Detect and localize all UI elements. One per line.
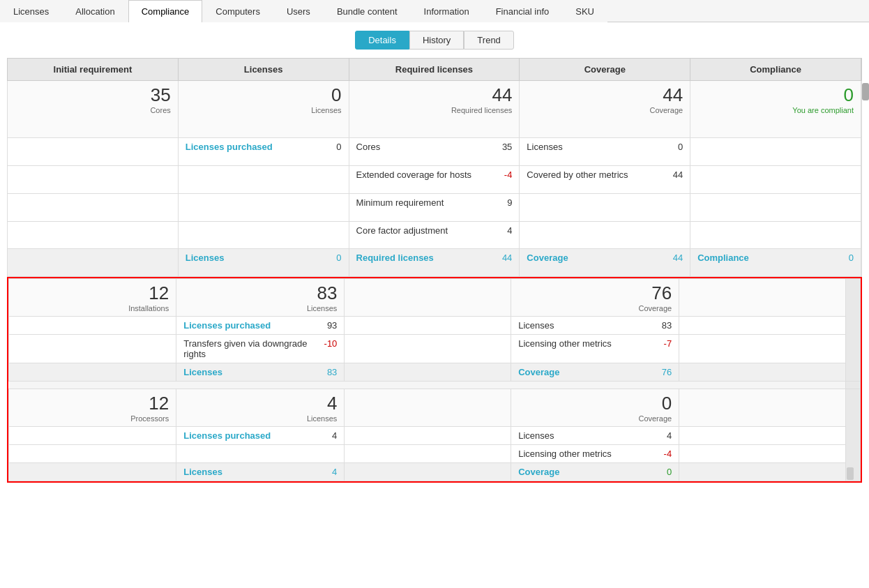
section1-compliance: 0 You are compliant: [690, 81, 861, 138]
subtab-history[interactable]: History: [409, 31, 464, 50]
tab-financial-info[interactable]: Financial info: [483, 0, 563, 22]
s2-sum-required: [345, 363, 511, 382]
s2-d1-coverage: Licenses 83: [511, 317, 679, 335]
s2-d2-required: [345, 335, 511, 363]
tab-bundle-content[interactable]: Bundle content: [324, 0, 411, 22]
table-header-row: Initial requirement Licenses Required li…: [8, 59, 862, 81]
sub-tab-bar: Details History Trend: [0, 22, 869, 58]
s1-d2-required: Extended coverage for hosts -4: [349, 166, 520, 194]
s1-d3-coverage: [520, 193, 690, 221]
subtab-details[interactable]: Details: [355, 31, 409, 50]
tab-compliance[interactable]: Compliance: [128, 0, 203, 22]
s3-d1-required: [345, 427, 511, 445]
s2-d1-initial: [9, 317, 176, 335]
s3-d1-initial: [9, 427, 176, 445]
s1-d2-initial: [8, 166, 179, 194]
s3-main-initial: 12 Processors: [9, 389, 176, 427]
s2-sum-coverage: Coverage 76: [511, 363, 679, 382]
header-initial: Initial requirement: [8, 59, 179, 81]
s1-d2-compliance: [690, 166, 861, 194]
tab-licenses[interactable]: Licenses: [0, 0, 62, 22]
tab-allocation[interactable]: Allocation: [62, 0, 128, 22]
section1-detail-row-1: Licenses purchased 0 Cores 35 Licenses 0: [8, 138, 862, 166]
s1-d1-licenses: Licenses purchased 0: [178, 138, 349, 166]
s3-d2-required: [345, 445, 511, 463]
s1-d4-required: Core factor adjustment 4: [349, 221, 520, 249]
s3-sum-compliance: [679, 463, 846, 481]
red-border-section: 12 Installations 83 Licenses 76 Coverage: [7, 277, 862, 483]
s1-d3-compliance: [690, 193, 861, 221]
s1-d1-coverage: Licenses 0: [520, 138, 690, 166]
s2-main-initial: 12 Installations: [9, 279, 176, 317]
s1-d2-coverage: Covered by other metrics 44: [520, 166, 690, 194]
tab-information[interactable]: Information: [411, 0, 483, 22]
s2-main-coverage: 76 Coverage: [511, 279, 679, 317]
section1-licenses: 0 Licenses: [178, 81, 349, 138]
section1-detail-row-2: Extended coverage for hosts -4 Covered b…: [8, 166, 862, 194]
compliance-table: Initial requirement Licenses Required li…: [7, 58, 862, 277]
content-area: Initial requirement Licenses Required li…: [0, 58, 869, 490]
header-coverage: Coverage: [520, 59, 690, 81]
s3-main-coverage: 0 Coverage: [511, 389, 679, 427]
section3-summary-row: Licenses 4 Coverage 0: [9, 463, 861, 481]
s1-d1-compliance: [690, 138, 861, 166]
s1-d1-required: Cores 35: [349, 138, 520, 166]
s2-main-compliance: [679, 279, 846, 317]
s2-d2-licenses: Transfers given via downgrade rights -10: [176, 335, 345, 363]
s1-d3-licenses: [178, 193, 349, 221]
s3-main-licenses: 4 Licenses: [176, 389, 345, 427]
s1-sum-initial: [8, 249, 179, 277]
section1-summary-row: Licenses 0 Required licenses 44 Coverage…: [8, 249, 862, 277]
s3-d1-licenses: Licenses purchased 4: [176, 427, 345, 445]
s3-sum-required: [345, 463, 511, 481]
section1-detail-row-4: Core factor adjustment 4: [8, 221, 862, 249]
s2-d2-initial: [9, 335, 176, 363]
tab-sku[interactable]: SKU: [562, 0, 607, 22]
section2-main-row: 12 Installations 83 Licenses 76 Coverage: [9, 279, 861, 317]
s2-d1-compliance: [679, 317, 846, 335]
s3-sum-coverage: Coverage 0: [511, 463, 679, 481]
s1-d4-licenses: [178, 221, 349, 249]
section2-detail-row-2: Transfers given via downgrade rights -10…: [9, 335, 861, 363]
s3-d2-initial: [9, 445, 176, 463]
s2-main-licenses: 83 Licenses: [176, 279, 345, 317]
s1-d3-required: Minimum requirement 9: [349, 193, 520, 221]
section3-main-row: 12 Processors 4 Licenses 0 Coverage: [9, 389, 861, 427]
sections-2-3-table: 12 Installations 83 Licenses 76 Coverage: [8, 278, 861, 481]
s2-d2-coverage: Licensing other metrics -7: [511, 335, 679, 363]
section1-initial: 35 Cores: [8, 81, 179, 138]
tab-bar: Licenses Allocation Compliance Computers…: [0, 0, 869, 22]
tab-computers[interactable]: Computers: [202, 0, 273, 22]
tab-users[interactable]: Users: [273, 0, 324, 22]
section1-coverage: 44 Coverage: [520, 81, 690, 138]
s1-sum-coverage: Coverage 44: [520, 249, 690, 277]
s2-d2-compliance: [679, 335, 846, 363]
s1-d4-initial: [8, 221, 179, 249]
section1-main-row: 35 Cores 0 Licenses 44 Required licenses…: [8, 81, 862, 138]
section3-detail-row-1: Licenses purchased 4 Licenses 4: [9, 427, 861, 445]
s1-d4-coverage: [520, 221, 690, 249]
header-required: Required licenses: [349, 59, 520, 81]
s2-sum-initial: [9, 363, 176, 382]
s3-d1-coverage: Licenses 4: [511, 427, 679, 445]
section1-detail-row-3: Minimum requirement 9: [8, 193, 862, 221]
s3-main-required: [345, 389, 511, 427]
spacer-row: [9, 382, 861, 389]
s2-d1-required: [345, 317, 511, 335]
header-licenses: Licenses: [178, 59, 349, 81]
subtab-trend[interactable]: Trend: [464, 31, 513, 50]
s1-d2-licenses: [178, 166, 349, 194]
s2-sum-licenses: Licenses 83: [176, 363, 345, 382]
s3-sum-licenses: Licenses 4: [176, 463, 345, 481]
section2-detail-row-1: Licenses purchased 93 Licenses 83: [9, 317, 861, 335]
s1-d4-compliance: [690, 221, 861, 249]
s1-d1-initial: [8, 138, 179, 166]
section2-summary-row: Licenses 83 Coverage 76: [9, 363, 861, 382]
s3-d2-licenses: [176, 445, 345, 463]
s3-main-compliance: [679, 389, 846, 427]
s3-sum-initial: [9, 463, 176, 481]
s1-sum-compliance: Compliance 0: [690, 249, 861, 277]
s1-sum-licenses: Licenses 0: [178, 249, 349, 277]
s3-d1-compliance: [679, 427, 846, 445]
s1-sum-required: Required licenses 44: [349, 249, 520, 277]
